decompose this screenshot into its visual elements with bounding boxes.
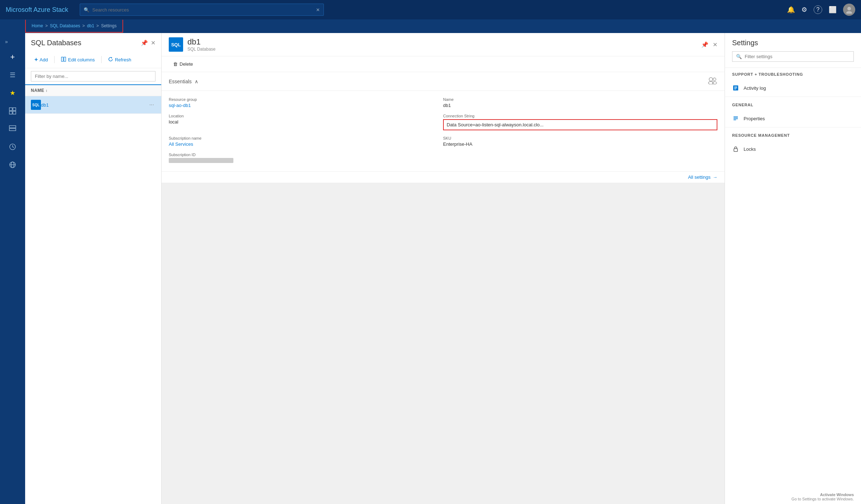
sort-icon[interactable]: ↕ (46, 89, 48, 93)
settings-filter-input[interactable] (745, 54, 850, 59)
add-button[interactable]: + Add (31, 54, 51, 65)
settings-item-activity-log[interactable]: Activity log (725, 81, 861, 95)
topbar-icons: 🔔 ⚙ ? ⬜ (787, 4, 855, 16)
svg-point-14 (709, 78, 713, 81)
db-row[interactable]: SQL db1 ··· (25, 96, 161, 114)
svg-point-16 (713, 78, 716, 81)
activate-line1: Activate Windows (791, 493, 854, 497)
all-settings-arrow-icon: → (713, 174, 717, 180)
sql-filter-input[interactable] (31, 71, 155, 81)
db-detail-name: db1 (187, 37, 215, 47)
subscription-id-label: Subscription ID (169, 153, 443, 157)
refresh-icon (108, 57, 113, 63)
subscription-name-value[interactable]: All Services (169, 141, 443, 147)
nav-item-menu[interactable]: ☰ (4, 67, 22, 83)
edit-columns-button[interactable]: Edit columns (57, 55, 98, 65)
search-input[interactable] (92, 7, 313, 13)
all-settings-link[interactable]: All settings → (162, 171, 725, 183)
sql-panel-title-row: SQL Databases 📌 ✕ (31, 39, 155, 47)
db-detail-toolbar: 🗑 Delete (162, 56, 725, 72)
breadcrumb-sep-1: > (45, 23, 48, 28)
topbar-title: Microsoft Azure Stack (6, 6, 68, 14)
search-close-icon[interactable]: ✕ (316, 7, 320, 13)
detail-content-area (162, 183, 725, 504)
name-label: Name (443, 97, 717, 102)
location-value: local (169, 119, 443, 125)
help-icon[interactable]: ? (814, 5, 822, 14)
gear-icon[interactable]: ⚙ (801, 6, 807, 14)
breadcrumb-settings: Settings (101, 23, 116, 28)
breadcrumb-sql-databases[interactable]: SQL Databases (50, 23, 80, 28)
settings-item-properties[interactable]: Properties (725, 111, 861, 126)
sql-table-header: NAME ↕ (25, 85, 161, 96)
breadcrumb-wrapper: Home > SQL Databases > db1 > Settings (0, 19, 861, 33)
avatar[interactable] (843, 4, 855, 16)
essentials-subscription-name: Subscription name All Services (169, 134, 443, 150)
essentials-name: Name db1 (443, 95, 717, 112)
general-section-header: GENERAL (725, 98, 861, 111)
toolbar-sep-2 (101, 56, 102, 63)
search-icon: 🔍 (84, 7, 89, 13)
add-icon: + (34, 56, 38, 63)
db-detail-close-icon[interactable]: ✕ (713, 41, 717, 48)
essentials-users-icon[interactable] (707, 76, 717, 86)
support-section-title: SUPPORT + TROUBLESHOOTING (732, 72, 854, 76)
essentials-collapse-icon[interactable]: ∧ (195, 79, 198, 84)
nav-item-add[interactable]: + (4, 49, 22, 65)
db-item-more-icon[interactable]: ··· (148, 100, 155, 109)
db-detail-name-section: db1 SQL Database (187, 37, 215, 52)
resource-section-title: RESOURCE MANAGEMENT (732, 133, 854, 137)
sku-label: SKU (443, 136, 717, 140)
properties-label: Properties (744, 116, 765, 121)
locks-label: Locks (744, 146, 756, 152)
nav-item-resources[interactable] (4, 121, 22, 137)
essentials-grid: Resource group sql-ao-db1 Name db1 Locat… (162, 91, 725, 171)
panel-header-actions: 📌 ✕ (141, 39, 155, 46)
db-detail-title-section: SQL db1 SQL Database (169, 37, 215, 52)
db-detail-pin-icon[interactable]: 📌 (701, 41, 708, 48)
svg-rect-13 (64, 57, 66, 61)
search-bar[interactable]: 🔍 ✕ (80, 4, 324, 16)
db-detail-header: SQL db1 SQL Database 📌 ✕ (162, 33, 725, 56)
nav-item-star[interactable]: ★ (4, 85, 22, 101)
db-list: SQL db1 ··· (25, 96, 161, 504)
locks-icon (732, 145, 739, 153)
essentials-connection-string: Connection String Data Source=ao-listen-… (443, 112, 717, 134)
topbar: Microsoft Azure Stack 🔍 ✕ 🔔 ⚙ ? ⬜ (0, 0, 861, 19)
refresh-button[interactable]: Refresh (104, 55, 135, 65)
nav-expand-button[interactable]: » (2, 36, 11, 47)
activate-line2: Go to Settings to activate Windows. (791, 497, 854, 501)
subscription-id-value (169, 158, 443, 163)
activity-log-icon (732, 84, 739, 92)
nav-item-activity[interactable] (4, 139, 22, 155)
essentials-location: Location local (169, 112, 443, 134)
sql-panel-title: SQL Databases (31, 39, 81, 47)
nav-item-globe[interactable] (4, 157, 22, 173)
essentials-sku: SKU Enterprise-HA (443, 134, 717, 150)
delete-icon: 🗑 (173, 61, 178, 67)
settings-item-locks[interactable]: Locks (725, 142, 861, 156)
settings-header: Settings 🔍 (725, 33, 861, 68)
breadcrumb: Home > SQL Databases > db1 > Settings (25, 20, 123, 33)
properties-icon (732, 115, 739, 122)
column-name-label: NAME (31, 88, 44, 93)
svg-rect-26 (734, 149, 737, 151)
portal-icon[interactable]: ⬜ (829, 6, 837, 14)
sql-panel-pin-icon[interactable]: 📌 (141, 39, 148, 46)
breadcrumb-home[interactable]: Home (32, 23, 43, 28)
notification-icon[interactable]: 🔔 (787, 6, 795, 14)
breadcrumb-db1[interactable]: db1 (87, 23, 94, 28)
db-detail-icon: SQL (169, 37, 183, 52)
sql-panel-close-icon[interactable]: ✕ (151, 39, 155, 46)
resource-group-value[interactable]: sql-ao-db1 (169, 103, 443, 108)
settings-filter[interactable]: 🔍 (732, 51, 854, 62)
subscription-name-label: Subscription name (169, 136, 443, 140)
essentials-title: Essentials ∧ (169, 79, 198, 84)
db-item-name: db1 (41, 102, 148, 108)
delete-button[interactable]: 🗑 Delete (169, 59, 197, 69)
nav-item-dashboard[interactable] (4, 103, 22, 119)
svg-rect-7 (9, 129, 16, 131)
connection-string-value[interactable]: Data Source=ao-listen-sql-alwayson.local… (443, 119, 717, 130)
settings-title: Settings (732, 39, 854, 47)
svg-point-0 (847, 7, 851, 10)
